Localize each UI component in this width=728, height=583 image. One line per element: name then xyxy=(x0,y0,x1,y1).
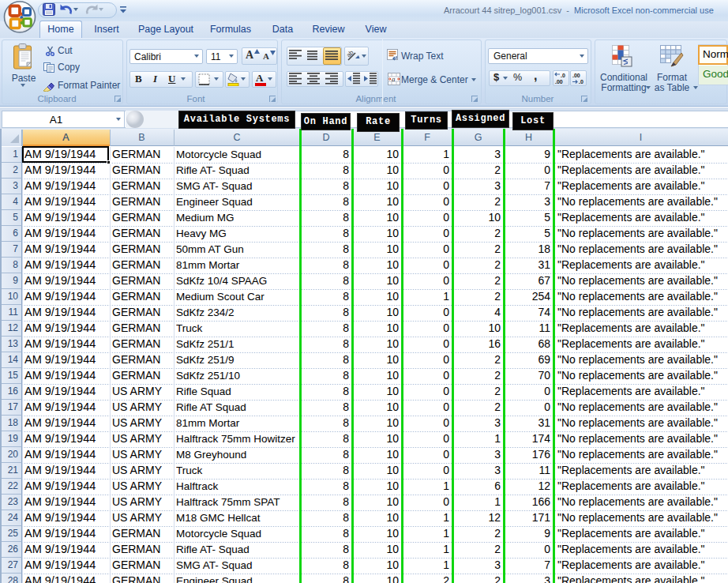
svg-text:.0: .0 xyxy=(579,79,584,85)
svg-text:.0: .0 xyxy=(561,73,565,78)
svg-text:a: a xyxy=(392,75,396,83)
svg-text:.00: .00 xyxy=(555,79,563,85)
svg-text:.00: .00 xyxy=(572,73,580,78)
svg-text:ab: ab xyxy=(347,49,355,59)
